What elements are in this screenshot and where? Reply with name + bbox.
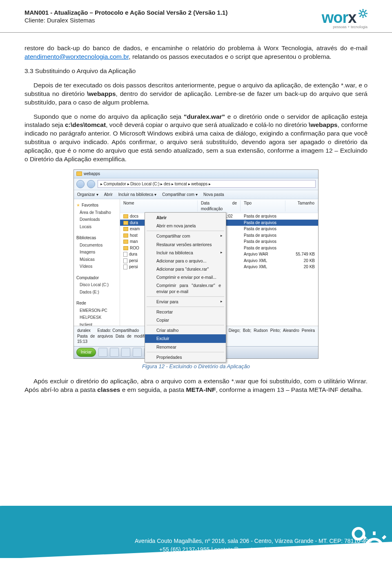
sidebar-favoritos[interactable]: ★Favoritos (74, 201, 120, 209)
col-name[interactable]: Nome (120, 200, 198, 211)
forward-button[interactable] (87, 180, 95, 188)
sidebar-bibliotecas[interactable]: Bibliotecas (74, 233, 120, 242)
toolbar-nova-pasta[interactable]: Nova pasta (203, 192, 224, 198)
svg-line-8 (360, 16, 361, 17)
svg-line-5 (360, 10, 361, 12)
toolbar-incluir[interactable]: Incluir na biblioteca ▾ (118, 192, 156, 198)
sidebar-item[interactable]: Downloads (74, 216, 120, 223)
address-bar: ▸ Computador ▸ Disco Local (C:) ▸ des ▸ … (74, 178, 318, 190)
sidebar-rede[interactable]: Rede (74, 299, 120, 307)
context-item[interactable]: Propriedades (145, 353, 226, 361)
document-body: restore do back-up do banco de dados, e … (0, 33, 392, 394)
context-item[interactable]: Recortar (145, 308, 226, 316)
file-icon (123, 265, 127, 269)
figure-caption: Figura 12 - Excluindo o Diretório da Apl… (24, 363, 368, 370)
svg-line-7 (365, 10, 367, 12)
sidebar-item[interactable]: Dados (E:) (74, 289, 120, 296)
sidebar-computador[interactable]: Computador (74, 273, 120, 282)
taskbar-icon[interactable] (121, 348, 130, 357)
logo-text-1: wor (322, 9, 348, 26)
folder-icon (123, 246, 128, 250)
doc-title: MAN001 - Atualização – Protocolo e Ação … (24, 9, 286, 16)
col-date[interactable]: Data de modificação (198, 200, 241, 211)
email-link[interactable]: atendimento@worxtecnologia.com.br (24, 53, 129, 60)
toolbar-abrir[interactable]: Abrir (104, 192, 113, 198)
back-button[interactable] (76, 180, 85, 188)
page-header: MAN001 - Atualização – Protocolo e Ação … (0, 0, 392, 33)
sidebar-item[interactable]: Imagens (74, 249, 120, 256)
header-text-block: MAN001 - Atualização – Protocolo e Ação … (24, 9, 286, 24)
start-button[interactable]: Iniciar (76, 348, 96, 357)
context-item[interactable]: Incluir na biblioteca (145, 249, 226, 257)
folder-icon (123, 240, 128, 244)
folder-icon (123, 214, 128, 218)
page-footer: Avenida Couto Magalhães, nº 2016, sala 2… (0, 506, 392, 567)
window-title: webapps (84, 171, 100, 177)
folder-icon (123, 221, 128, 225)
status-name: duralex (77, 328, 91, 333)
file-icon (123, 252, 127, 257)
gear-icon (359, 9, 368, 18)
context-separator (147, 231, 224, 231)
svg-line-17 (383, 536, 385, 539)
context-item[interactable]: Abrir (145, 213, 226, 222)
explorer-toolbar: Organizar ▾ Abrir Incluir na biblioteca … (74, 190, 318, 200)
sidebar-item[interactable]: Área de Trabalho (74, 209, 120, 216)
folder-icon (76, 171, 82, 176)
taskbar-icon[interactable] (98, 348, 107, 357)
toolbar-organizar[interactable]: Organizar ▾ (77, 192, 98, 198)
sidebar-item[interactable]: Locais (74, 223, 120, 231)
context-item[interactable]: Restaurar versões anteriores (145, 240, 226, 249)
svg-point-0 (361, 11, 365, 15)
context-menu: AbrirAbrir em nova janelaCompartilhar co… (145, 212, 226, 362)
context-separator (147, 296, 224, 297)
status-estado-label: Estado: (97, 328, 111, 333)
sidebar-item[interactable]: Documentos (74, 242, 120, 249)
context-item[interactable]: Abrir em nova janela (145, 222, 226, 230)
svg-line-16 (383, 556, 385, 558)
sidebar-item[interactable]: Músicas (74, 256, 120, 263)
context-separator (147, 325, 224, 325)
sidebar-item[interactable]: HELPDESK (74, 314, 120, 321)
folder-icon (123, 233, 128, 238)
paragraph-3: Supondo que o nome do arquivo da aplicaç… (24, 113, 368, 164)
worx-logo: worx pessoas + tecnologia (286, 9, 368, 29)
breadcrumb-path[interactable]: ▸ Computador ▸ Disco Local (C:) ▸ des ▸ … (98, 180, 316, 188)
client-line: Cliente: Duralex Sistemas (24, 17, 286, 24)
context-item[interactable]: Adicionar para o arquivo... (145, 257, 226, 265)
paragraph-1: restore do back-up do banco de dados, e … (24, 44, 368, 61)
sidebar-item[interactable]: Vídeos (74, 263, 120, 270)
col-size[interactable]: Tamanho (285, 200, 318, 211)
svg-line-6 (365, 16, 367, 17)
context-separator (147, 352, 224, 352)
section-3-3-title: 3.3 Substituindo o Arquivo da Aplicação (24, 67, 368, 76)
paragraph-4: Após excluir o diretório do aplicação, a… (24, 377, 368, 394)
sidebar-item[interactable]: Disco Local (C:) (74, 281, 120, 289)
context-item[interactable]: Criar atalho (145, 326, 226, 334)
context-item[interactable]: Comprimir para "duralex.rar" e enviar po… (145, 281, 226, 295)
sidebar-item[interactable]: tsclient (74, 321, 120, 326)
svg-line-18 (363, 556, 366, 558)
taskbar-icon[interactable] (110, 348, 119, 357)
explorer-sidebar: ★Favoritos Área de Trabalho Downloads Lo… (74, 199, 120, 326)
logo-text-2: x (348, 9, 356, 26)
context-item[interactable]: Excluir (145, 334, 226, 342)
file-icon (123, 258, 127, 263)
toolbar-compartilhar[interactable]: Compartilhar com ▾ (162, 192, 198, 198)
context-item[interactable]: Adicionar para "duralex.rar" (145, 265, 226, 273)
status-estado-value: Compartilhado (112, 328, 139, 333)
window-titlebar: webapps (74, 170, 318, 178)
context-item[interactable]: Comprimir e enviar por e-mail... (145, 273, 226, 281)
context-item[interactable]: Enviar para (145, 298, 226, 306)
context-item[interactable]: Renomear (145, 343, 226, 351)
column-headers: Nome Data de modificação Tipo Tamanho (120, 199, 318, 213)
folder-icon (123, 227, 128, 231)
sidebar-item[interactable]: EMERSON-PC (74, 307, 120, 314)
footer-contact: +55 (65) 2137-1955 | contato@worxtecnolo… (106, 545, 372, 554)
taskbar-icon[interactable] (133, 348, 142, 357)
context-item[interactable]: Compartilhar com (145, 232, 226, 240)
col-type[interactable]: Tipo (241, 200, 285, 211)
star-icon: ★ (76, 202, 80, 208)
footer-address: Avenida Couto Magalhães, nº 2016, sala 2… (106, 537, 372, 545)
context-item[interactable]: Copiar (145, 316, 226, 324)
